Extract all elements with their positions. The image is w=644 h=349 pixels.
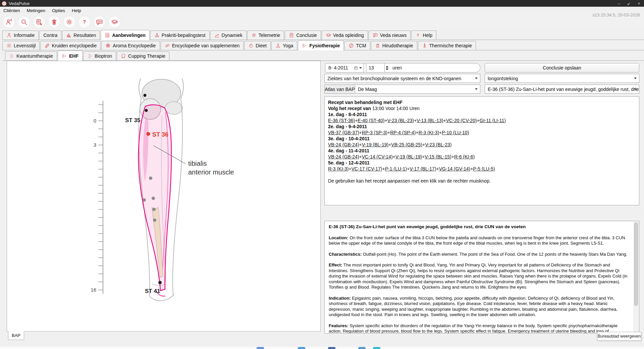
point-st36-marker[interactable] <box>147 132 150 136</box>
menu-item-metingen[interactable]: Metingen <box>23 7 49 14</box>
scrollbar-track[interactable] <box>634 221 639 333</box>
taskbar-icon[interactable] <box>373 347 380 349</box>
tab-veda-nieuws[interactable]: Veda nieuws <box>369 31 411 40</box>
search-button[interactable] <box>18 16 30 28</box>
bap-sheet-tab[interactable]: BAP <box>8 331 24 340</box>
scrollbar-thumb[interactable] <box>634 222 638 306</box>
recipe-point-link[interactable]: VB-24 (GB-24) <box>328 142 359 147</box>
menu-item-opties[interactable]: Opties <box>49 7 68 14</box>
step-up-icon[interactable] <box>386 66 388 67</box>
close-button[interactable]: × <box>634 0 644 7</box>
tab-yoga[interactable]: Yoga <box>271 41 297 50</box>
molecule-icon <box>154 33 160 38</box>
tab-hirudotherapie[interactable]: Hirudotherapie <box>371 41 417 50</box>
recipe-point-link[interactable]: R-6 (KI-6) <box>454 154 475 159</box>
tab-row-main: InformatieContraResultatenAanbevelingenP… <box>2 29 644 40</box>
settings-button[interactable] <box>63 16 75 28</box>
recipe-point-link[interactable]: VC-20 (CV-20) <box>446 118 477 123</box>
taskbar-icon[interactable] <box>328 347 335 349</box>
recipe-point-link[interactable]: V-19 (BL-19) <box>362 142 388 147</box>
step-down-icon[interactable] <box>386 68 388 70</box>
point-st35-label: ST 35 <box>125 117 140 123</box>
hour-input[interactable]: 13 <box>366 63 385 72</box>
tab-tcm[interactable]: TCM <box>344 41 370 50</box>
save-conclusion-button[interactable]: Conclusie opslaan <box>485 63 639 72</box>
disease-group-select[interactable]: Ziektes van het bronchopulmonale systeem… <box>324 74 480 83</box>
tab-bioptron[interactable]: Bioptron <box>83 51 116 60</box>
tab-aroma-encyclopedie[interactable]: Aroma Encyclopedie <box>101 41 160 50</box>
recipe-point-link[interactable]: V-23 (BL-23) <box>387 118 414 123</box>
point-st41-marker[interactable] <box>158 281 162 284</box>
tab-levensstijl[interactable]: Levensstijl <box>2 41 40 50</box>
taskbar-icon[interactable] <box>298 347 305 349</box>
tab-resultaten[interactable]: Resultaten <box>62 31 100 40</box>
recipe-point-link[interactable]: E-36 (ST-36) <box>328 118 355 123</box>
help-button[interactable]: ? <box>78 16 91 28</box>
tab-informatie[interactable]: Informatie <box>2 31 39 40</box>
recipe-point-link[interactable]: P-1 (LU-1) <box>385 166 407 171</box>
hour-stepper[interactable] <box>386 66 388 70</box>
unit-label: uren <box>392 65 402 70</box>
recipe-point-link[interactable]: V-13 (BL-13) <box>417 118 443 123</box>
tab-encyclopedie-van-supplementen[interactable]: Encyclopedie van supplementen <box>161 41 244 50</box>
recipe-point-link[interactable]: RP-4 (SP-4) <box>390 130 416 135</box>
date-picker[interactable]: 8- 4-2011 <box>325 63 364 72</box>
menu-item-cli-nten[interactable]: Cliënten <box>0 7 23 14</box>
tab-label: Resultaten <box>73 33 96 38</box>
recipe-point-link[interactable]: VB-37 (GB-37) <box>328 130 359 135</box>
taskbar-icon[interactable] <box>257 347 264 349</box>
delete-button[interactable] <box>48 16 60 28</box>
tab-prakriti-bepalingstest[interactable]: Prakriti-bepalingstest <box>150 31 210 40</box>
tab-telemetrie[interactable]: @Telemetrie <box>247 31 284 40</box>
tab-help[interactable]: ?Help <box>411 31 436 40</box>
knee-point-marker[interactable] <box>144 94 147 97</box>
recipe-point-link[interactable]: R-3 (KI-3) <box>419 130 439 135</box>
recipe-point-link[interactable]: VC-14 (CV-14) <box>362 154 393 159</box>
taskbar-icon[interactable] <box>358 347 366 349</box>
disease-select[interactable]: longontsteking <box>485 74 639 83</box>
radiate-icon <box>87 53 93 59</box>
tab-thermische-therapie[interactable]: Thermische therapie <box>418 41 476 50</box>
recipe-point-link[interactable]: V-15 (BL-15) <box>425 154 451 159</box>
section-label: Indication: <box>329 296 351 301</box>
tab-veda-opleiding[interactable]: Veda opleiding <box>322 31 368 40</box>
tab-conclusie[interactable]: Conclusie <box>285 31 321 40</box>
vedapulse-window: VedaPulse – ↙ × CliëntenMetingenOptiesHe… <box>0 0 644 349</box>
education-button[interactable] <box>108 16 121 28</box>
recipe-point-link[interactable]: V-17 (BL-17) <box>410 166 436 171</box>
restore-button[interactable]: ↙ <box>624 0 634 7</box>
recipe-point-link[interactable]: P-5 (LU-5) <box>473 166 495 171</box>
tab-aanbevelingen[interactable]: Aanbevelingen <box>101 30 150 40</box>
recipe-point-link[interactable]: VC-17 (CV-17) <box>352 166 382 171</box>
tab-ehf[interactable]: EHF <box>58 51 83 61</box>
recipe-point-link[interactable]: GI-11 (LI-11) <box>480 118 506 123</box>
recipe-point-link[interactable]: VB-24 (GB-24) <box>328 154 359 159</box>
add-client-button[interactable] <box>3 16 15 28</box>
recipe-point-link[interactable]: VB-25 (GB-25) <box>391 142 422 147</box>
recipe-point-link[interactable]: E-40 (ST-40) <box>358 118 384 123</box>
recipe-point-link[interactable]: V-19 (BL-19) <box>395 154 422 159</box>
recipe-point-link[interactable]: V-23 (BL-23) <box>425 142 451 147</box>
tab-dynamiek[interactable]: Dynamiek <box>210 31 247 40</box>
recipe-point-link[interactable]: RP-3 (SP-3) <box>362 130 387 135</box>
tab-dieet[interactable]: Dieet <box>244 41 271 50</box>
tab-kwantumtherapie[interactable]: Kwantumtherapie <box>5 51 57 60</box>
chevron-down-icon[interactable] <box>359 67 362 69</box>
tab-cupping-therapie[interactable]: Cupping Therapie <box>117 51 169 60</box>
minimize-button[interactable]: – <box>614 0 624 7</box>
atlas-select[interactable]: De Maag <box>355 85 480 94</box>
at-icon: @ <box>251 33 257 38</box>
recipe-point-link[interactable]: P-10 (LU-10) <box>442 130 469 135</box>
recipe-point-link[interactable]: R-3 (KI-3) <box>328 166 348 171</box>
news-button[interactable]: NEWS <box>93 16 106 28</box>
menu-item-help[interactable]: Help <box>68 7 85 14</box>
tab-contra[interactable]: Contra <box>39 31 61 40</box>
tab-kruiden-encyclopedie[interactable]: Kruiden encyclopedie <box>40 41 101 50</box>
point-description-box: E-36 (ST-36) Zu-San-Li-het punt van eeuw… <box>324 221 639 334</box>
description-sections: Location: On the front outer surface of … <box>329 235 630 334</box>
point-select[interactable]: E-36 (ST-36) Zu-San-Li-het punt van eeuw… <box>485 85 639 94</box>
point-st35-marker[interactable] <box>145 109 148 112</box>
export-report-button[interactable] <box>33 16 45 28</box>
recipe-point-link[interactable]: VG-14 (GV-14) <box>439 166 470 171</box>
tab-fysiotherapie[interactable]: Fysiotherapie <box>298 40 344 50</box>
